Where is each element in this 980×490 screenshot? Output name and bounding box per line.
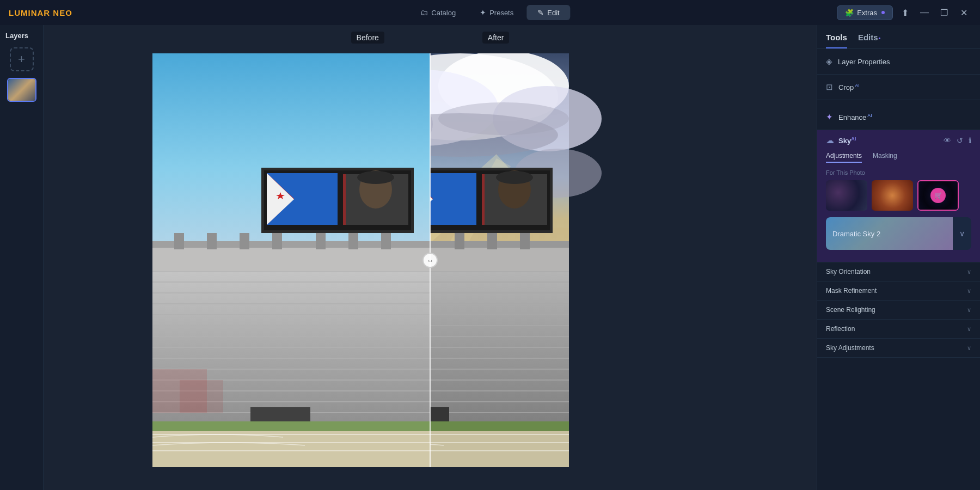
svg-rect-21 [207,233,217,249]
minimize-button[interactable]: — [917,5,932,20]
layers-sidebar: Layers + [0,25,44,490]
crop-section[interactable]: ⊡ CropAI [817,75,980,100]
logo-text: LUMINAR [9,8,50,17]
catalog-label: Catalog [431,9,456,17]
svg-rect-26 [381,233,391,249]
tab-tools[interactable]: Tools [826,33,847,48]
spacer1 [817,100,980,105]
app-logo: LUMINAR NEO [9,8,72,17]
svg-rect-74 [430,244,569,271]
upload-button[interactable]: ⬆ [897,5,912,20]
sky-label: SkyAI [838,136,856,145]
logo-accent: NEO [53,8,72,17]
svg-rect-80 [455,233,464,249]
masking-label: Masking [873,152,897,160]
close-button[interactable]: ✕ [956,5,971,20]
nav-presets[interactable]: ✦ Presets [469,5,524,20]
preset-thumb-3[interactable]: 🛒 [917,180,959,211]
tools-tab-label: Tools [826,33,847,42]
sky-selector-label: Dramatic Sky 2 [832,230,880,238]
nav-catalog[interactable]: 🗂 Catalog [409,5,467,20]
sky-header: ☁ SkyAI 👁 ↺ ℹ [826,136,971,145]
extras-label: Extras [857,9,877,17]
enhance-section[interactable]: ✦ EnhanceAI [817,105,980,130]
sky-adjustments-row[interactable]: Sky Adjustments ∨ [817,339,980,358]
reflection-chevron-icon: ∨ [967,326,971,333]
sky-visibility-button[interactable]: 👁 [944,136,951,145]
sky-orientation-label: Sky Orientation [826,268,967,275]
reflection-label: Reflection [826,325,967,333]
svg-rect-82 [520,233,530,249]
layer-properties-label: Layer Properties [838,58,971,66]
svg-rect-22 [240,233,249,249]
after-svg [430,53,708,467]
masking-tab[interactable]: Masking [873,152,897,163]
before-image [152,53,430,467]
split-handle[interactable]: ↔ [422,253,438,268]
layer-properties-icon: ◈ [826,57,832,66]
preset-thumb-1[interactable] [826,180,867,211]
maximize-button[interactable]: ❐ [936,5,952,20]
sky-selector-preview: Dramatic Sky 2 [826,217,953,250]
reflection-row[interactable]: Reflection ∨ [817,320,980,339]
catalog-icon: 🗂 [420,8,428,17]
layers-title: Layers [0,32,28,40]
svg-rect-93 [482,174,485,225]
crop-icon: ⊡ [826,82,833,92]
sky-selector-chevron-icon: ∨ [953,229,971,238]
adjustments-label: Adjustments [826,152,862,160]
svg-rect-37 [343,174,346,225]
svg-rect-25 [348,233,358,249]
mask-refinement-chevron-icon: ∨ [967,287,971,295]
preset-thumb-3-image: 🛒 [918,181,958,210]
right-panel: Tools Edits• ◈ Layer Properties ⊡ CropAI [817,25,980,490]
svg-rect-85 [430,173,476,225]
edits-tab-label: Edits [858,33,878,42]
adjustments-tab[interactable]: Adjustments [826,152,862,163]
sky-info-button[interactable]: ℹ [969,136,971,145]
add-layer-button[interactable]: + [10,47,34,71]
edits-dot: • [879,35,881,41]
svg-point-92 [496,171,533,184]
main-area: Layers + Before After [0,25,980,490]
sky-adjustments-label: Sky Adjustments [826,344,967,352]
layer-thumb-image [8,79,35,101]
svg-point-54 [438,102,569,135]
extras-button[interactable]: 🧩 Extras [837,5,893,20]
extras-puzzle-icon: 🧩 [845,9,854,17]
sky-section: ☁ SkyAI 👁 ↺ ℹ Adjustments Maski [817,130,980,262]
enhance-label: EnhanceAI [838,113,971,121]
split-image: ↔ [152,53,708,467]
nav-edit[interactable]: ✎ Edit [526,5,570,20]
svg-point-36 [357,171,394,184]
canvas-area: Before After [44,25,817,490]
tab-edits[interactable]: Edits• [858,33,881,48]
mask-refinement-row[interactable]: Mask Refinement ∨ [817,281,980,301]
sky-orientation-row[interactable]: Sky Orientation ∨ [817,262,980,281]
sky-selector[interactable]: Dramatic Sky 2 ∨ [826,217,971,250]
crop-label: CropAI [838,83,971,91]
panel-content: ◈ Layer Properties ⊡ CropAI ✦ EnhanceAI [817,49,980,490]
presets-label: Presets [489,9,513,17]
nav-bar: 🗂 Catalog ✦ Presets ✎ Edit [409,5,570,20]
after-image [430,53,708,467]
preset-thumbnails: 🛒 [826,180,971,211]
preset-badge: 🛒 [930,188,946,203]
enhance-icon: ✦ [826,112,833,122]
edit-label: Edit [547,9,559,17]
sky-adjustments-chevron-icon: ∨ [967,345,971,352]
svg-rect-20 [174,233,184,249]
layer-properties-section[interactable]: ◈ Layer Properties [817,49,980,75]
edit-icon: ✎ [537,8,544,17]
preset-thumb-2[interactable] [872,180,913,211]
layer-thumbnail[interactable] [7,78,36,102]
scene-relighting-label: Scene Relighting [826,306,967,314]
mask-refinement-label: Mask Refinement [826,287,967,295]
sky-orientation-chevron-icon: ∨ [967,268,971,275]
svg-rect-59 [430,260,569,424]
svg-rect-46 [152,421,430,431]
sky-reset-button[interactable]: ↺ [957,136,963,145]
scene-relighting-row[interactable]: Scene Relighting ∨ [817,301,980,320]
titlebar: LUMINAR NEO 🗂 Catalog ✦ Presets ✎ Edit 🧩… [0,0,980,25]
svg-rect-43 [180,380,223,413]
